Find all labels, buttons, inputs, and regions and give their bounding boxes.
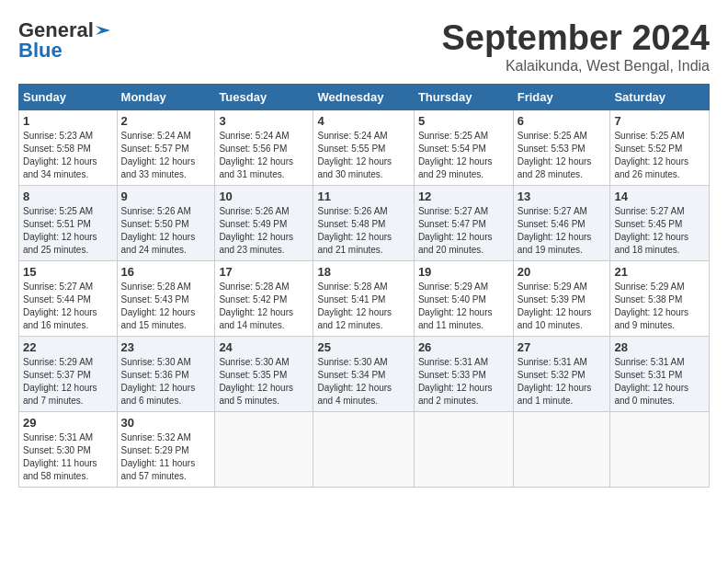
day-cell: 17Sunrise: 5:28 AM Sunset: 5:42 PM Dayli… — [215, 261, 313, 337]
day-info: Sunrise: 5:27 AM Sunset: 5:46 PM Dayligh… — [518, 205, 607, 257]
day-cell: 13Sunrise: 5:27 AM Sunset: 5:46 PM Dayli… — [513, 186, 610, 261]
day-number: 14 — [614, 190, 705, 203]
day-cell: 2Sunrise: 5:24 AM Sunset: 5:57 PM Daylig… — [117, 110, 215, 186]
page-header: General Blue September 2024 Kalaikunda, … — [18, 18, 710, 75]
day-cell: 28Sunrise: 5:31 AM Sunset: 5:31 PM Dayli… — [610, 337, 710, 412]
day-cell: 7Sunrise: 5:25 AM Sunset: 5:52 PM Daylig… — [610, 110, 710, 186]
day-cell: 19Sunrise: 5:29 AM Sunset: 5:40 PM Dayli… — [414, 261, 513, 337]
day-number: 26 — [418, 340, 509, 354]
day-info: Sunrise: 5:24 AM Sunset: 5:57 PM Dayligh… — [121, 130, 211, 181]
day-number: 29 — [23, 416, 113, 430]
day-info: Sunrise: 5:23 AM Sunset: 5:58 PM Dayligh… — [23, 130, 113, 181]
day-info: Sunrise: 5:30 AM Sunset: 5:34 PM Dayligh… — [317, 356, 409, 408]
logo: General Blue — [18, 18, 114, 63]
day-info: Sunrise: 5:26 AM Sunset: 5:50 PM Dayligh… — [121, 205, 211, 257]
calendar-table: SundayMondayTuesdayWednesdayThursdayFrid… — [18, 84, 710, 488]
day-info: Sunrise: 5:32 AM Sunset: 5:29 PM Dayligh… — [121, 431, 211, 483]
day-info: Sunrise: 5:31 AM Sunset: 5:31 PM Dayligh… — [614, 356, 705, 408]
week-row-4: 22Sunrise: 5:29 AM Sunset: 5:37 PM Dayli… — [19, 337, 710, 412]
day-info: Sunrise: 5:29 AM Sunset: 5:39 PM Dayligh… — [518, 281, 607, 332]
day-number: 8 — [23, 190, 113, 203]
day-info: Sunrise: 5:27 AM Sunset: 5:44 PM Dayligh… — [23, 281, 113, 332]
day-number: 27 — [518, 340, 607, 354]
day-info: Sunrise: 5:31 AM Sunset: 5:30 PM Dayligh… — [23, 431, 113, 483]
header-saturday: Saturday — [610, 85, 710, 110]
day-number: 6 — [518, 114, 607, 128]
day-cell — [513, 412, 610, 488]
day-cell: 22Sunrise: 5:29 AM Sunset: 5:37 PM Dayli… — [19, 337, 118, 412]
header-friday: Friday — [513, 85, 610, 110]
header-tuesday: Tuesday — [215, 85, 313, 110]
title-area: September 2024 Kalaikunda, West Bengal, … — [442, 18, 711, 75]
week-row-3: 15Sunrise: 5:27 AM Sunset: 5:44 PM Dayli… — [19, 261, 710, 337]
day-cell: 24Sunrise: 5:30 AM Sunset: 5:35 PM Dayli… — [215, 337, 313, 412]
day-cell — [215, 412, 313, 488]
week-row-2: 8Sunrise: 5:25 AM Sunset: 5:51 PM Daylig… — [19, 186, 710, 261]
day-number: 23 — [121, 340, 211, 354]
day-number: 11 — [317, 190, 409, 203]
day-cell: 20Sunrise: 5:29 AM Sunset: 5:39 PM Dayli… — [513, 261, 610, 337]
day-info: Sunrise: 5:25 AM Sunset: 5:51 PM Dayligh… — [23, 205, 113, 257]
day-cell: 1Sunrise: 5:23 AM Sunset: 5:58 PM Daylig… — [19, 110, 118, 186]
logo-arrow-icon — [94, 22, 114, 39]
calendar-header-row: SundayMondayTuesdayWednesdayThursdayFrid… — [19, 85, 710, 110]
day-number: 24 — [219, 340, 309, 354]
day-number: 17 — [219, 265, 309, 279]
day-cell: 12Sunrise: 5:27 AM Sunset: 5:47 PM Dayli… — [414, 186, 513, 261]
day-cell: 8Sunrise: 5:25 AM Sunset: 5:51 PM Daylig… — [19, 186, 118, 261]
day-number: 25 — [317, 340, 409, 354]
day-info: Sunrise: 5:25 AM Sunset: 5:54 PM Dayligh… — [418, 130, 509, 181]
day-info: Sunrise: 5:25 AM Sunset: 5:52 PM Dayligh… — [614, 130, 705, 181]
day-number: 28 — [614, 340, 705, 354]
day-cell: 4Sunrise: 5:24 AM Sunset: 5:55 PM Daylig… — [313, 110, 414, 186]
day-info: Sunrise: 5:26 AM Sunset: 5:48 PM Dayligh… — [317, 205, 409, 257]
day-number: 12 — [418, 190, 509, 203]
day-cell: 9Sunrise: 5:26 AM Sunset: 5:50 PM Daylig… — [117, 186, 215, 261]
day-info: Sunrise: 5:28 AM Sunset: 5:43 PM Dayligh… — [121, 281, 211, 332]
day-number: 7 — [614, 114, 705, 128]
day-number: 4 — [317, 114, 409, 128]
day-cell: 25Sunrise: 5:30 AM Sunset: 5:34 PM Dayli… — [313, 337, 414, 412]
day-info: Sunrise: 5:26 AM Sunset: 5:49 PM Dayligh… — [219, 205, 309, 257]
day-cell: 27Sunrise: 5:31 AM Sunset: 5:32 PM Dayli… — [513, 337, 610, 412]
day-number: 22 — [23, 340, 113, 354]
header-monday: Monday — [117, 85, 215, 110]
day-info: Sunrise: 5:31 AM Sunset: 5:33 PM Dayligh… — [418, 356, 509, 408]
day-number: 19 — [418, 265, 509, 279]
day-cell: 18Sunrise: 5:28 AM Sunset: 5:41 PM Dayli… — [313, 261, 414, 337]
day-number: 21 — [614, 265, 705, 279]
day-info: Sunrise: 5:29 AM Sunset: 5:38 PM Dayligh… — [614, 281, 705, 332]
week-row-5: 29Sunrise: 5:31 AM Sunset: 5:30 PM Dayli… — [19, 412, 710, 488]
day-number: 16 — [121, 265, 211, 279]
day-number: 20 — [518, 265, 607, 279]
day-number: 1 — [23, 114, 113, 128]
day-cell: 21Sunrise: 5:29 AM Sunset: 5:38 PM Dayli… — [610, 261, 710, 337]
day-info: Sunrise: 5:29 AM Sunset: 5:40 PM Dayligh… — [418, 281, 509, 332]
header-sunday: Sunday — [19, 85, 118, 110]
header-wednesday: Wednesday — [313, 85, 414, 110]
day-info: Sunrise: 5:29 AM Sunset: 5:37 PM Dayligh… — [23, 356, 113, 408]
logo-blue: Blue — [18, 39, 63, 63]
location-subtitle: Kalaikunda, West Bengal, India — [442, 58, 711, 75]
day-info: Sunrise: 5:27 AM Sunset: 5:45 PM Dayligh… — [614, 205, 705, 257]
day-cell: 14Sunrise: 5:27 AM Sunset: 5:45 PM Dayli… — [610, 186, 710, 261]
day-cell: 26Sunrise: 5:31 AM Sunset: 5:33 PM Dayli… — [414, 337, 513, 412]
day-info: Sunrise: 5:28 AM Sunset: 5:41 PM Dayligh… — [317, 281, 409, 332]
day-info: Sunrise: 5:31 AM Sunset: 5:32 PM Dayligh… — [518, 356, 607, 408]
day-cell: 10Sunrise: 5:26 AM Sunset: 5:49 PM Dayli… — [215, 186, 313, 261]
day-cell: 6Sunrise: 5:25 AM Sunset: 5:53 PM Daylig… — [513, 110, 610, 186]
day-number: 10 — [219, 190, 309, 203]
day-number: 5 — [418, 114, 509, 128]
day-cell: 29Sunrise: 5:31 AM Sunset: 5:30 PM Dayli… — [19, 412, 118, 488]
day-info: Sunrise: 5:25 AM Sunset: 5:53 PM Dayligh… — [518, 130, 607, 181]
day-number: 13 — [518, 190, 607, 203]
day-number: 3 — [219, 114, 309, 128]
day-info: Sunrise: 5:27 AM Sunset: 5:47 PM Dayligh… — [418, 205, 509, 257]
day-cell: 16Sunrise: 5:28 AM Sunset: 5:43 PM Dayli… — [117, 261, 215, 337]
day-number: 18 — [317, 265, 409, 279]
day-number: 30 — [121, 416, 211, 430]
day-cell — [610, 412, 710, 488]
day-info: Sunrise: 5:28 AM Sunset: 5:42 PM Dayligh… — [219, 281, 309, 332]
day-number: 9 — [121, 190, 211, 203]
day-info: Sunrise: 5:24 AM Sunset: 5:56 PM Dayligh… — [219, 130, 309, 181]
